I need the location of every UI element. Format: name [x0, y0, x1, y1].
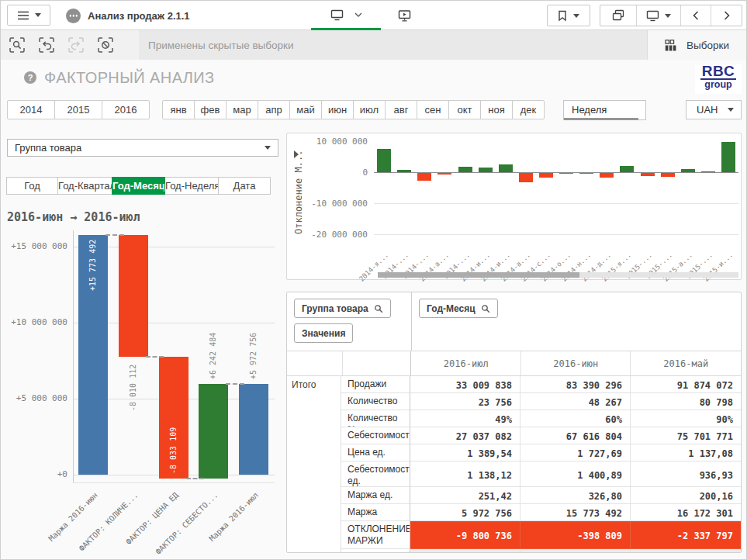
pivot-value-cell[interactable]: 33 009 838: [410, 376, 520, 393]
pivot-metric-cell[interactable]: Себестоимость: [341, 427, 410, 444]
deviation-bar[interactable]: [661, 173, 675, 177]
waterfall-bar[interactable]: [199, 384, 228, 479]
month-filter-май[interactable]: май: [289, 100, 322, 119]
month-filter-дек[interactable]: дек: [512, 100, 545, 119]
sheets-overview-button[interactable]: [600, 5, 637, 26]
pivot-metric-cell[interactable]: Себестоимость ед.: [341, 461, 410, 487]
month-filter-окт[interactable]: окт: [448, 100, 481, 119]
pivot-value-cell[interactable]: 16 172 301: [631, 504, 741, 521]
deviation-bar[interactable]: [499, 164, 513, 172]
month-filter-апр[interactable]: апр: [258, 100, 290, 119]
deviation-bar[interactable]: [721, 142, 735, 172]
pivot-metric-cell[interactable]: Количество %: [341, 410, 410, 427]
deviation-bar[interactable]: [641, 173, 655, 176]
row-dimension-button[interactable]: Группа товара: [294, 299, 391, 318]
sheet-nav-button[interactable]: [311, 1, 381, 30]
pivot-value-cell[interactable]: 1 138,12: [410, 461, 520, 487]
pivot-value-cell[interactable]: 15 773 492: [520, 504, 631, 521]
year-filter-2016[interactable]: 2016: [102, 100, 150, 119]
deviation-bar[interactable]: [458, 167, 472, 172]
month-filter-сен[interactable]: сен: [417, 100, 449, 119]
prev-sheet-button[interactable]: [681, 5, 711, 26]
deviation-bar[interactable]: [539, 173, 553, 178]
pivot-column-header[interactable]: 2016-июн: [521, 351, 631, 375]
month-filter-июл[interactable]: июл: [353, 100, 386, 119]
global-menu-button[interactable]: [7, 5, 50, 26]
pivot-value-cell[interactable]: 326,80: [520, 487, 631, 504]
deviation-bar[interactable]: [600, 173, 614, 178]
redo-selection-button[interactable]: [66, 35, 86, 55]
pivot-value-cell[interactable]: 80 798: [631, 393, 741, 410]
pivot-value-cell[interactable]: 90%: [631, 410, 741, 427]
pivot-value-cell[interactable]: 83 390 296: [520, 376, 631, 393]
deviation-bar[interactable]: [620, 166, 634, 172]
pivot-value-cell[interactable]: 1 389,54: [410, 444, 520, 461]
sheet-select-button[interactable]: [637, 5, 681, 26]
pivot-metric-cell[interactable]: Цена ед.: [341, 444, 410, 461]
year-filter-2015[interactable]: 2015: [54, 100, 102, 119]
smart-search-button[interactable]: [7, 35, 27, 55]
pivot-value-cell[interactable]: 1 137,08: [631, 444, 741, 461]
column-dimension-button[interactable]: Год-Месяц: [419, 299, 498, 318]
pivot-value-cell[interactable]: 23 756: [410, 393, 520, 410]
chart-scrollbar-track[interactable]: [378, 272, 738, 278]
pivot-value-cell[interactable]: 49%: [410, 410, 520, 427]
pivot-value-cell[interactable]: 936,93: [631, 461, 741, 487]
pivot-value-cell[interactable]: 60%: [520, 410, 631, 427]
deviation-bar[interactable]: [397, 170, 411, 172]
deviation-bar[interactable]: [437, 173, 451, 175]
tab-Дата[interactable]: Дата: [218, 177, 271, 195]
selections-panel-button[interactable]: Выборки: [647, 30, 746, 60]
pivot-value-cell[interactable]: 200,16: [631, 487, 741, 504]
pivot-metric-cell[interactable]: Маржа ед.: [341, 487, 410, 504]
tab-Год[interactable]: Год: [6, 177, 58, 195]
month-filter-янв[interactable]: янв: [162, 100, 195, 119]
pivot-value-cell[interactable]: [410, 549, 520, 553]
pivot-value-cell[interactable]: -2 337 797: [631, 521, 741, 549]
deviation-bar[interactable]: [479, 168, 493, 172]
pivot-column-header[interactable]: 2016-июл: [411, 351, 521, 375]
month-filter-авг[interactable]: авг: [385, 100, 417, 119]
tab-Год-Месяц[interactable]: Год-Месяц: [112, 177, 165, 195]
pivot-value-cell[interactable]: [520, 549, 631, 553]
month-filter-фев[interactable]: фев: [194, 100, 227, 119]
deviation-bar[interactable]: [417, 173, 431, 181]
pivot-value-cell[interactable]: 27 037 082: [410, 427, 520, 444]
deviation-bar[interactable]: [519, 173, 533, 182]
pivot-value-cell[interactable]: -398 809: [520, 521, 631, 549]
help-icon[interactable]: ?: [24, 71, 36, 84]
pivot-value-cell[interactable]: 75 701 771: [631, 427, 741, 444]
month-filter-июн[interactable]: июн: [321, 100, 354, 119]
month-filter-мар[interactable]: мар: [226, 100, 258, 119]
tab-Год-Квартал[interactable]: Год-Квартал: [57, 177, 112, 195]
month-filter-ноя[interactable]: ноя: [480, 100, 513, 119]
pivot-metric-cell[interactable]: Количество: [341, 393, 410, 410]
waterfall-bar[interactable]: [239, 384, 268, 475]
pivot-value-cell[interactable]: 67 616 804: [520, 427, 631, 444]
pivot-column-header[interactable]: 2016-май: [631, 351, 741, 375]
waterfall-bar[interactable]: [119, 235, 148, 357]
clear-selections-button[interactable]: [95, 35, 116, 55]
pivot-value-cell[interactable]: 5 972 756: [410, 504, 520, 521]
year-filter-2014[interactable]: 2014: [7, 100, 55, 119]
pivot-row-header[interactable]: Итого: [287, 376, 341, 552]
product-group-select[interactable]: Группа товара: [7, 139, 278, 157]
pivot-value-cell[interactable]: 48 267: [520, 393, 631, 410]
pivot-value-cell[interactable]: -9 800 736: [410, 521, 520, 549]
deviation-bar[interactable]: [377, 149, 391, 172]
pivot-metric-cell[interactable]: Продажи: [341, 376, 410, 393]
deviation-bar[interactable]: [681, 169, 695, 172]
presentation-mode-button[interactable]: [393, 6, 415, 25]
pivot-value-cell[interactable]: 91 874 072: [631, 376, 741, 393]
pivot-value-cell[interactable]: 251,42: [410, 487, 520, 504]
deviation-bar[interactable]: [559, 173, 573, 174]
week-filter-input[interactable]: Неделя: [563, 100, 646, 120]
undo-selection-button[interactable]: [36, 35, 57, 55]
deviation-bar[interactable]: [701, 171, 715, 172]
pivot-metric-cell[interactable]: Маржа: [341, 504, 410, 521]
next-sheet-button[interactable]: [711, 5, 742, 26]
chart-scrollbar-thumb[interactable]: [378, 272, 579, 278]
bookmark-button[interactable]: [547, 5, 590, 26]
pivot-value-cell[interactable]: 1 727,69: [520, 444, 631, 461]
pivot-value-cell[interactable]: [631, 549, 741, 553]
